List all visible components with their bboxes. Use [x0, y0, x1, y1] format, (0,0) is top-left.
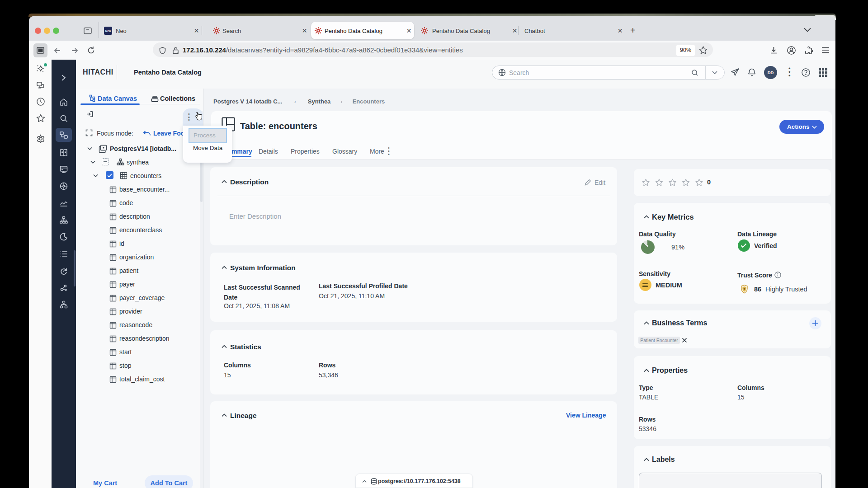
- svg-text:Neo: Neo: [105, 29, 111, 33]
